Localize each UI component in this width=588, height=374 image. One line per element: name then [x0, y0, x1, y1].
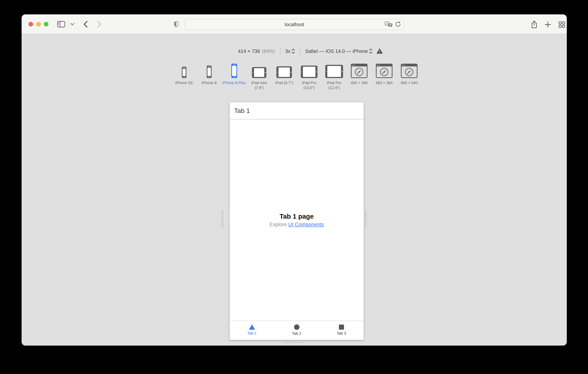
viewport-size-label: 414 × 736	[238, 48, 260, 54]
device-pixel-ratio-selector[interactable]: 3x	[285, 48, 295, 54]
device-selector-strip: iPhone SE iPhone 8 iPhone 8 Plus iPad mi…	[172, 59, 422, 90]
device-ipad-mini[interactable]: iPad mini (7.9")	[247, 59, 272, 90]
tabbar-item-tab2[interactable]: Tab 2	[274, 321, 319, 340]
forward-button[interactable]	[96, 21, 103, 28]
viewport-zoom-label: (84%)	[262, 48, 275, 54]
ipad-icon	[252, 67, 266, 78]
device-ipad-pro-10[interactable]: iPad Pro (10.5")	[297, 59, 322, 90]
subtitle-prefix: Explore	[270, 222, 288, 227]
browser-titlebar: localhost A	[21, 14, 567, 34]
tab-label: Tab 3	[337, 331, 346, 336]
app-header-title: Tab 1	[234, 107, 250, 114]
safari-window: localhost A	[21, 14, 567, 346]
ui-components-link[interactable]: UI Components	[288, 222, 324, 227]
tabbar-item-tab3[interactable]: Tab 3	[319, 321, 364, 340]
device-iphone-8[interactable]: iPhone 8	[197, 59, 222, 90]
svg-text:A: A	[386, 22, 388, 25]
safari-window-icon	[401, 64, 418, 78]
device-label: iPad (9.7")	[275, 80, 293, 85]
translate-icon: A	[385, 21, 392, 27]
device-iphone-se[interactable]: iPhone SE	[172, 59, 197, 90]
privacy-shield-icon[interactable]	[174, 21, 179, 28]
square-icon	[339, 325, 344, 330]
app-tab-bar: Tab 1 Tab 2 Tab 3	[230, 321, 364, 340]
device-label: iPad mini (7.9")	[247, 80, 271, 90]
translate-button[interactable]: A	[385, 21, 392, 27]
titlebar-separator	[68, 20, 69, 29]
triangle-icon	[249, 324, 255, 330]
zoom-window-button[interactable]	[44, 22, 49, 27]
viewport-resize-handle-left[interactable]	[221, 210, 223, 228]
device-label: 400 × 300	[351, 80, 368, 85]
page-subtitle: Explore UI Components	[270, 222, 324, 227]
device-custom-400x300[interactable]: 400 × 300	[347, 59, 372, 90]
tab-label: Tab 1	[247, 331, 257, 336]
app-content: Tab 1 page Explore UI Components	[230, 120, 364, 320]
url-text: localhost	[185, 19, 404, 30]
safari-window-icon	[376, 64, 392, 78]
tab-overview-button[interactable]	[558, 21, 566, 28]
device-custom-960x540[interactable]: 960 × 540	[397, 59, 422, 90]
share-icon	[531, 21, 537, 28]
close-window-button[interactable]	[28, 22, 33, 27]
toolbar-separator	[300, 48, 300, 54]
device-label: iPhone 8 Plus	[222, 80, 246, 85]
user-agent-selector[interactable]: Safari — iOS 14.0 — iPhone	[305, 48, 372, 54]
safari-window-icon	[351, 64, 368, 78]
up-down-chevrons-icon	[369, 48, 372, 54]
sidebar-menu-chevron-button[interactable]	[70, 22, 75, 27]
warning-icon	[377, 48, 383, 54]
back-button[interactable]	[82, 21, 89, 28]
device-label: 683 × 384	[376, 80, 393, 85]
device-viewport: Tab 1 Tab 1 page Explore UI Components T…	[230, 102, 364, 340]
rdm-toolbar: 414 × 736 (84%) 3x Safari — iOS 14.0 — i…	[238, 47, 383, 55]
device-label: iPad Pro (10.5")	[297, 80, 321, 90]
tab-label: Tab 2	[292, 331, 301, 336]
reload-button[interactable]	[395, 21, 401, 27]
viewport-resize-handle-bottom[interactable]	[284, 341, 304, 343]
ipad-icon	[276, 66, 292, 78]
ipad-icon	[301, 65, 317, 78]
reload-icon	[395, 21, 401, 27]
screenshot-root: localhost A	[0, 0, 588, 374]
device-ipad-pro-12[interactable]: iPad Pro (12.9")	[322, 59, 347, 90]
back-chevron-icon	[84, 21, 88, 28]
page-title: Tab 1 page	[280, 213, 314, 220]
device-label: iPad Pro (12.9")	[322, 80, 346, 90]
tabbar-item-tab1[interactable]: Tab 1	[230, 321, 274, 340]
ipad-icon	[325, 65, 343, 78]
iphone-icon	[207, 65, 212, 78]
user-agent-value: Safari — iOS 14.0 — iPhone	[305, 48, 368, 54]
device-ipad[interactable]: iPad (9.7")	[272, 59, 297, 90]
circle-icon	[294, 324, 299, 330]
iphone-icon	[182, 67, 186, 78]
new-tab-button[interactable]	[544, 21, 552, 28]
sidebar-icon	[57, 21, 65, 27]
device-label: iPhone 8	[202, 80, 217, 85]
console-warning-button[interactable]	[377, 48, 383, 54]
share-button[interactable]	[530, 20, 538, 29]
sidebar-toggle-button[interactable]	[57, 21, 65, 28]
device-label: 960 × 540	[401, 80, 418, 85]
iphone-icon-selected	[231, 64, 237, 78]
app-header: Tab 1	[230, 102, 364, 119]
toolbar-separator	[280, 48, 280, 54]
viewport-resize-handle-right[interactable]	[365, 210, 367, 228]
tab-grid-icon	[559, 21, 565, 28]
dpr-value: 3x	[285, 48, 290, 54]
forward-chevron-icon	[97, 21, 101, 28]
device-label: iPhone SE	[175, 80, 193, 85]
url-bar[interactable]: localhost A	[185, 19, 404, 30]
device-iphone-8-plus-selected[interactable]: iPhone 8 Plus	[222, 59, 247, 90]
chevron-down-icon	[70, 23, 74, 26]
minimize-window-button[interactable]	[36, 22, 41, 27]
device-custom-683x384[interactable]: 683 × 384	[372, 59, 397, 90]
up-down-chevrons-icon	[292, 48, 295, 54]
plus-icon	[545, 21, 551, 28]
